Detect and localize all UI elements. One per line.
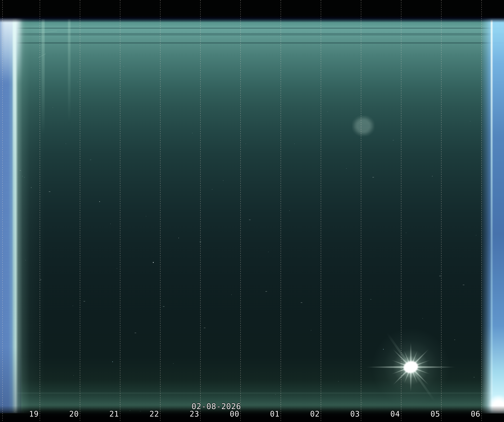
twilight-edge-line <box>491 20 492 403</box>
star <box>78 82 78 82</box>
star <box>163 306 163 307</box>
hour-gridline <box>281 0 281 422</box>
hour-label: 23 <box>177 410 199 418</box>
star <box>90 160 90 160</box>
star <box>223 180 223 181</box>
star <box>204 328 204 328</box>
star <box>53 107 53 108</box>
hour-label: 21 <box>96 410 119 418</box>
ghost-stripes <box>353 117 373 135</box>
star <box>470 121 470 122</box>
star <box>153 262 154 263</box>
hour-gridline <box>321 0 321 422</box>
hour-gridline <box>120 0 120 422</box>
star <box>135 333 135 333</box>
star <box>117 268 117 269</box>
star <box>84 301 84 301</box>
hour-gridline <box>40 0 40 422</box>
hour-gridline <box>160 0 160 422</box>
star <box>249 220 250 220</box>
star <box>112 361 113 362</box>
hour-label: 02 <box>297 410 320 418</box>
star <box>22 176 23 177</box>
star <box>455 340 455 340</box>
star <box>372 177 373 177</box>
star <box>25 260 26 260</box>
star <box>338 381 339 382</box>
star <box>20 170 20 171</box>
star <box>439 276 440 276</box>
star <box>212 189 212 190</box>
star <box>42 342 42 342</box>
star <box>311 330 311 330</box>
hour-gridline <box>200 0 201 422</box>
star <box>346 168 347 169</box>
star <box>179 238 179 238</box>
hour-label: 00 <box>217 410 239 418</box>
star <box>269 36 269 36</box>
hour-gridline <box>401 0 401 422</box>
star <box>110 224 111 224</box>
star <box>383 349 384 350</box>
star <box>251 33 251 33</box>
star <box>362 403 362 403</box>
star <box>301 302 301 303</box>
star <box>328 111 328 112</box>
date-label: 02-08-2026 <box>180 403 253 410</box>
morning-twilight-band <box>481 15 504 413</box>
star <box>463 285 463 285</box>
hour-label: 19 <box>16 410 39 418</box>
hour-gridline <box>481 0 482 422</box>
sensor-artifact-line <box>0 28 504 29</box>
star <box>99 201 100 202</box>
hour-gridline <box>80 0 80 422</box>
star <box>124 67 124 67</box>
star <box>294 144 295 144</box>
star <box>173 363 174 364</box>
keogram-image: 192021222300010203040506 02-08-2026 <box>0 0 504 422</box>
star <box>146 216 146 216</box>
star <box>393 140 393 141</box>
hour-gridline <box>441 0 441 422</box>
star <box>423 318 423 319</box>
vertical-streak-artifact <box>68 19 71 123</box>
star <box>370 299 371 300</box>
star <box>31 187 31 188</box>
hour-gridline <box>361 0 361 422</box>
star <box>275 394 276 395</box>
star <box>432 176 432 177</box>
sensor-artifact-line <box>0 43 504 43</box>
sensor-artifact-line <box>0 33 504 34</box>
star <box>406 233 406 233</box>
star <box>24 177 25 178</box>
sensor-artifact-line <box>0 35 504 35</box>
hour-label: 06 <box>458 410 480 418</box>
star <box>266 291 266 292</box>
hour-label: 03 <box>337 410 360 418</box>
star <box>161 86 161 86</box>
twilight-bottom-dim <box>0 347 21 413</box>
hour-gridline <box>240 0 241 422</box>
star <box>476 235 476 235</box>
star <box>289 211 290 211</box>
hour-label: 22 <box>137 410 159 418</box>
star <box>200 242 200 242</box>
star <box>268 252 269 252</box>
star <box>49 191 49 192</box>
star <box>73 375 74 376</box>
twilight-top-glow <box>0 16 20 83</box>
hour-label: 01 <box>257 410 280 418</box>
star <box>192 133 192 133</box>
evening-twilight-band <box>0 15 45 413</box>
hour-label: 04 <box>378 410 400 418</box>
hour-label: 05 <box>418 410 440 418</box>
top-frame-bar <box>0 0 504 23</box>
hour-label: 20 <box>56 410 79 418</box>
star <box>246 144 246 144</box>
star <box>474 377 474 378</box>
lens-ghost <box>352 116 375 136</box>
star <box>231 294 232 295</box>
star <box>66 144 66 144</box>
star <box>73 306 73 306</box>
hour-gridline <box>2 0 3 422</box>
